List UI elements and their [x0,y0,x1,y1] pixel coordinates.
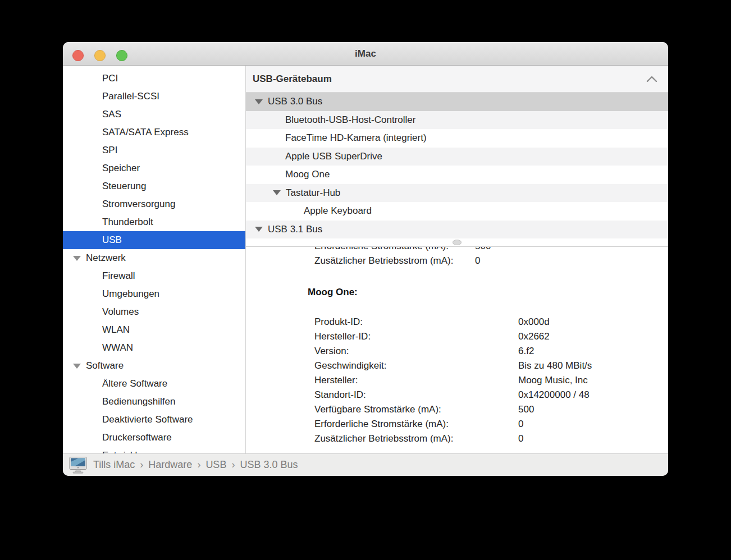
sidebar-item-label: SATA/SATA Express [102,127,189,138]
sidebar-item-deaktivierte-software[interactable]: Deaktivierte Software [63,411,245,429]
sidebar-item-druckersoftware[interactable]: Druckersoftware [63,429,245,447]
sidebar-item-label: Volumes [102,306,139,318]
sidebar-item-label: Stromversorgung [102,199,175,210]
previous-device-section: Erforderliche Stromstärke (mA): 500 Zusä… [308,247,668,268]
breadcrumb-separator: › [231,459,235,471]
tree-row-bluetooth-usb-host-controller[interactable]: Bluetooth-USB-Host-Controller [246,111,668,130]
breadcrumb: Tills iMac›Hardware›USB›USB 3.0 Bus [93,459,298,471]
tree-row-label: USB 3.1 Bus [268,224,322,235]
disclosure-triangle-icon[interactable] [273,190,281,195]
detail-value: 0 [518,432,523,446]
detail-row: Erforderliche Stromstärke (mA): 500 [314,247,668,254]
breadcrumb-separator: › [197,459,200,471]
device-tree-header: USB-Gerätebaum [246,66,668,93]
sidebar-item-sata-sata-express[interactable]: SATA/SATA Express [63,123,245,141]
sidebar-item-umgebungen[interactable]: Umgebungen [63,285,245,303]
sidebar-item-pci[interactable]: PCI [63,70,245,88]
tree-row-apple-keyboard[interactable]: Apple Keyboard [246,202,668,221]
sidebar-item-parallel-scsi[interactable]: Parallel-SCSI [63,88,245,105]
chevron-up-icon[interactable] [646,75,658,84]
disclosure-triangle-icon[interactable] [255,99,263,104]
sidebar-item-netzwerk[interactable]: Netzwerk [63,249,245,267]
sidebar-item-label: SAS [102,109,121,120]
sidebar-item-wlan[interactable]: WLAN [63,321,245,339]
sidebar-item-software[interactable]: Software [63,357,245,375]
breadcrumb-item-hardware: Hardware [148,459,192,471]
detail-value: 0x000d [518,315,550,329]
sidebar-item-entwickler[interactable]: Entwickler [63,447,245,453]
sidebar-item-thunderbolt[interactable]: Thunderbolt [63,213,245,231]
detail-row: Zusätzlicher Betriebsstrom (mA): 0 [314,432,668,446]
sidebar-item-volumes[interactable]: Volumes [63,303,245,321]
sidebar-item-sas[interactable]: SAS [63,105,245,123]
breadcrumb-item-usb-3-0-bus: USB 3.0 Bus [240,459,298,471]
breadcrumb-separator: › [140,459,143,471]
detail-label: Zusätzlicher Betriebsstrom (mA): [314,432,518,446]
sidebar-item-label: Parallel-SCSI [102,91,159,102]
sidebar-item-label: Netzwerk [86,253,126,264]
section-gap [308,300,668,315]
traffic-lights [72,50,127,61]
tree-row-apple-usb-superdrive[interactable]: Apple USB SuperDrive [246,148,668,166]
minimize-button[interactable] [94,50,106,61]
splitter-grip[interactable] [453,240,462,245]
sidebar-item-label: WWAN [102,342,133,354]
detail-label: Hersteller-ID: [314,329,518,344]
detail-value: 500 [518,402,534,417]
detail-value: Bis zu 480 MBit/s [518,359,592,373]
sidebar-item-bedienungshilfen[interactable]: Bedienungshilfen [63,393,245,411]
detail-label: Geschwindigkeit: [314,359,518,373]
disclosure-triangle-icon[interactable] [73,364,81,369]
tree-row-usb-3-1-bus[interactable]: USB 3.1 Bus [246,221,668,239]
sidebar-item-label: Software [86,360,124,371]
usb-device-tree: USB 3.0 Bus Bluetooth-USB-Host-Controlle… [246,93,668,238]
detail-row: Produkt-ID: 0x000d [314,315,668,329]
detail-row: Zusätzlicher Betriebsstrom (mA): 0 [314,254,668,268]
breadcrumb-item-tills-imac: Tills iMac [93,459,135,471]
detail-row: Standort-ID: 0x14200000 / 48 [314,388,668,402]
sidebar-item-ältere-software[interactable]: Ältere Software [63,375,245,393]
tree-row-tastatur-hub[interactable]: Tastatur-Hub [246,184,668,203]
detail-pane: Erforderliche Stromstärke (mA): 500 Zusä… [246,247,668,453]
sidebar-item-label: Druckersoftware [102,432,172,443]
detail-label: Erforderliche Stromstärke (mA): [314,247,475,254]
breadcrumb-item-usb: USB [205,459,226,471]
tree-row-label: FaceTime HD-Kamera (integriert) [285,132,427,144]
detail-row: Version: 6.f2 [314,344,668,359]
tree-row-moog-one[interactable]: Moog One [246,166,668,184]
sidebar-item-steuerung[interactable]: Steuerung [63,177,245,195]
sidebar-item-wwan[interactable]: WWAN [63,339,245,357]
tree-row-facetime-hd-kamera-integriert[interactable]: FaceTime HD-Kamera (integriert) [246,129,668,148]
disclosure-triangle-icon[interactable] [73,256,81,261]
detail-value: 6.f2 [518,344,534,359]
imac-icon [68,457,88,474]
titlebar[interactable]: iMac [63,42,668,66]
sidebar-item-label: Umgebungen [102,288,159,300]
sidebar: PCI Parallel-SCSI SAS SATA/SATA Express … [63,66,246,453]
detail-label: Hersteller: [314,373,518,388]
pane-splitter[interactable] [246,238,668,247]
sidebar-item-spi[interactable]: SPI [63,141,245,159]
zoom-button[interactable] [116,50,127,61]
detail-row: Erforderliche Stromstärke (mA): 0 [314,417,668,432]
detail-scroll-content: Erforderliche Stromstärke (mA): 500 Zusä… [308,247,668,446]
sidebar-item-usb[interactable]: USB [63,231,245,249]
disclosure-triangle-icon[interactable] [255,227,263,232]
system-information-window: iMac PCI Parallel-SCSI SAS SATA/SATA Exp… [63,42,668,476]
sidebar-item-label: Steuerung [102,181,146,192]
detail-label: Erforderliche Stromstärke (mA): [314,417,518,432]
sidebar-item-label: Bedienungshilfen [102,396,175,407]
detail-label: Verfügbare Stromstärke (mA): [314,402,518,417]
sidebar-item-speicher[interactable]: Speicher [63,159,245,177]
desktop: { "window": { "title": "iMac" }, "titleb… [0,0,731,560]
sidebar-item-label: Ältere Software [102,378,167,389]
sidebar-item-stromversorgung[interactable]: Stromversorgung [63,195,245,213]
section-gap [308,268,668,285]
sidebar-item-firewall[interactable]: Firewall [63,267,245,285]
device-heading: Moog One: [308,285,668,300]
detail-label: Zusätzlicher Betriebsstrom (mA): [314,254,475,268]
tree-row-usb-3-0-bus[interactable]: USB 3.0 Bus [246,93,668,111]
tree-row-label: Apple USB SuperDrive [285,151,382,162]
sidebar-item-label: SPI [102,145,117,156]
close-button[interactable] [72,50,84,61]
